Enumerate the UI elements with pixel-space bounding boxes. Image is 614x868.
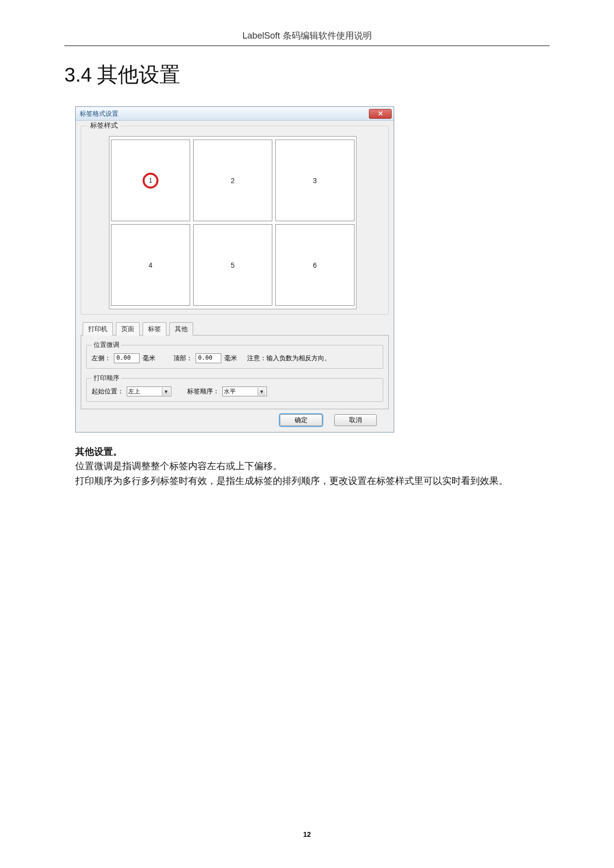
chevron-down-icon: ▼ [162,387,170,395]
position-note: 注意：输入负数为相反方向。 [247,354,331,363]
cell-number: 5 [231,261,235,269]
left-unit: 毫米 [143,354,155,363]
tab-other-pane: 位置微调 左侧： 0.00 毫米 顶部： 0.00 毫米 注意：输入负数为相反方… [81,336,389,409]
cell-number: 6 [313,261,317,269]
cancel-button[interactable]: 取消 [334,414,377,426]
label-style-group: 标签样式 1 2 3 4 5 6 [81,126,389,315]
label-preview-sheet: 1 2 3 4 5 6 [109,136,357,309]
label-order-value: 水平 [224,387,236,396]
label-order-select[interactable]: 水平 ▼ [222,386,267,396]
label-cell-2[interactable]: 2 [193,140,272,221]
label-order-label: 标签顺序： [187,387,219,396]
position-fieldset: 位置微调 左侧： 0.00 毫米 顶部： 0.00 毫米 注意：输入负数为相反方… [86,340,383,369]
position-legend: 位置微调 [92,340,121,349]
ok-button[interactable]: 确定 [280,414,322,426]
start-position-select[interactable]: 左上 ▼ [127,386,171,396]
label-cell-1[interactable]: 1 [111,140,190,221]
cell-number: 3 [313,177,317,185]
label-cell-4[interactable]: 4 [111,224,190,306]
order-fieldset: 打印顺序 起始位置： 左上 ▼ 标签顺序： 水平 ▼ [86,374,383,402]
tab-label[interactable]: 标签 [143,322,166,336]
top-input[interactable]: 0.00 [196,353,221,363]
left-label: 左侧： [92,354,111,363]
close-icon: ✕ [378,110,383,117]
tab-printer[interactable]: 打印机 [83,322,113,336]
dialog-title: 标签格式设置 [80,109,118,118]
cell-number: 2 [231,177,235,185]
page-number: 12 [0,830,614,838]
cell-number: 4 [149,261,153,269]
cell-number: 1 [149,177,152,184]
description-lead: 其他设置。 [75,444,550,459]
description-line2: 打印顺序为多行多列标签时有效，是指生成标签的排列顺序，更改设置在标签样式里可以实… [75,474,550,488]
settings-tabs: 打印机 页面 标签 其他 [81,322,389,336]
section-number: 3.4 [64,64,92,86]
top-unit: 毫米 [224,354,237,363]
selected-indicator-icon: 1 [143,173,158,189]
dialog-titlebar: 标签格式设置 ✕ [76,107,394,121]
section-title: 其他设置 [97,63,180,86]
tab-page[interactable]: 页面 [116,322,140,336]
close-button[interactable]: ✕ [369,109,392,119]
left-input[interactable]: 0.00 [114,353,140,363]
tab-other[interactable]: 其他 [169,322,193,336]
label-format-dialog: 标签格式设置 ✕ 标签样式 1 2 [75,106,394,433]
order-legend: 打印顺序 [92,374,121,383]
start-position-label: 起始位置： [92,387,124,396]
label-cell-5[interactable]: 5 [193,224,272,306]
chevron-down-icon: ▼ [257,387,265,395]
label-style-legend: 标签样式 [87,121,121,130]
section-heading: 3.4 其他设置 [64,61,550,89]
description-line1: 位置微调是指调整整个标签内容左右或上下偏移。 [75,459,550,473]
label-preview-grid: 1 2 3 4 5 6 [109,140,356,306]
top-label: 顶部： [173,354,193,363]
dialog-body: 标签样式 1 2 3 4 5 6 [76,121,394,432]
dialog-button-row: 确定 取消 [81,409,389,426]
label-cell-3[interactable]: 3 [275,140,355,221]
description-block: 其他设置。 位置微调是指调整整个标签内容左右或上下偏移。 打印顺序为多行多列标签… [75,444,550,488]
label-cell-6[interactable]: 6 [275,224,355,306]
doc-header: LabelSoft 条码编辑软件使用说明 [64,30,550,46]
start-position-value: 左上 [128,387,140,396]
